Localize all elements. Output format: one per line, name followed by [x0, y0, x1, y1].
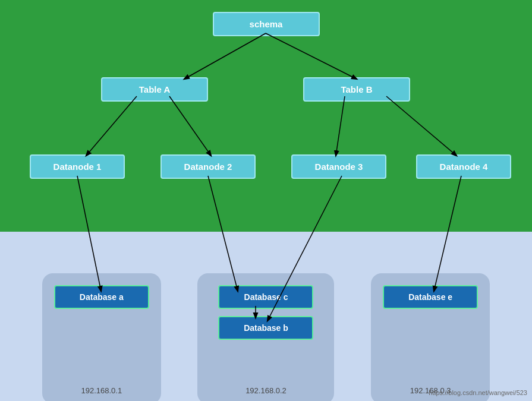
- table-b-label: Table B: [341, 84, 372, 94]
- datanode4-label: Datanode 4: [440, 162, 488, 172]
- database-c-label: Database c: [244, 292, 288, 302]
- database-a-label: Database a: [80, 292, 124, 302]
- schema-node: schema: [213, 12, 320, 36]
- green-section: [0, 0, 532, 250]
- table-a-label: Table A: [139, 84, 171, 94]
- database-e-box: Database e: [383, 285, 478, 309]
- main-container: schema Table A Table B Datanode 1 Datano…: [0, 0, 532, 401]
- datanode4-node: Datanode 4: [416, 154, 511, 179]
- watermark-text: https://blog.csdn.net/wangwei/523: [429, 389, 527, 396]
- table-a-node: Table A: [101, 77, 208, 102]
- schema-label: schema: [250, 19, 283, 29]
- table-b-node: Table B: [303, 77, 410, 102]
- datanode2-node: Datanode 2: [160, 154, 256, 179]
- datanode2-label: Datanode 2: [184, 162, 232, 172]
- datanode3-label: Datanode 3: [315, 162, 363, 172]
- datanode1-label: Datanode 1: [53, 162, 102, 172]
- blue-section: Database a 192.168.0.1 Database c Databa…: [0, 232, 532, 401]
- server-e-panel: Database e 192.168.0.3: [371, 273, 490, 401]
- server-a-panel: Database a 192.168.0.1: [42, 273, 161, 401]
- server-bc-panel: Database c Database b 192.168.0.2: [197, 273, 334, 401]
- datanode3-node: Datanode 3: [291, 154, 386, 179]
- server-a-ip: 192.168.0.1: [81, 386, 122, 395]
- database-c-box: Database c: [218, 285, 313, 309]
- datanode1-node: Datanode 1: [30, 154, 125, 179]
- database-e-label: Database e: [408, 292, 452, 302]
- database-a-box: Database a: [54, 285, 149, 309]
- database-b-label: Database b: [244, 323, 288, 333]
- database-b-box: Database b: [218, 316, 313, 340]
- watermark: https://blog.csdn.net/wangwei/523: [429, 389, 527, 396]
- server-bc-ip: 192.168.0.2: [245, 386, 287, 395]
